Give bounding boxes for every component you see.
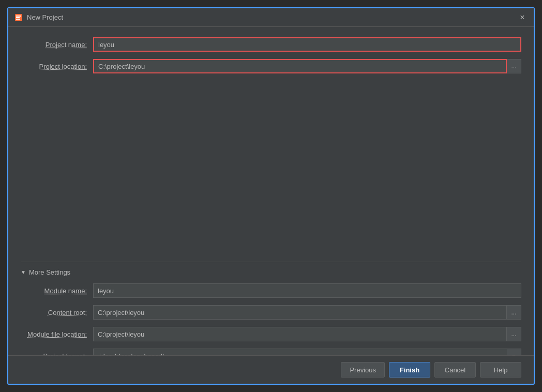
module-file-location-label: Module file location: <box>21 330 93 338</box>
cancel-button[interactable]: Cancel <box>434 362 476 378</box>
module-file-location-input[interactable] <box>93 327 507 341</box>
app-icon <box>14 13 23 22</box>
dialog-title: New Project <box>27 13 63 21</box>
content-root-browse-button[interactable]: ... <box>507 305 521 320</box>
close-button[interactable]: × <box>517 12 528 23</box>
module-file-location-input-wrapper: ... <box>93 327 521 341</box>
more-settings-label: More Settings <box>29 268 70 276</box>
module-file-location-browse-button[interactable]: ... <box>507 327 521 341</box>
new-project-dialog: New Project × Project name: Project loca… <box>7 7 535 385</box>
title-bar: New Project × <box>8 8 534 27</box>
project-name-input-wrapper <box>93 37 521 52</box>
dialog-body: Project name: Project location: ... ▼ Mo… <box>8 27 534 355</box>
content-root-label: Content root: <box>21 309 93 316</box>
project-name-row: Project name: <box>21 37 521 52</box>
svg-rect-1 <box>16 16 21 17</box>
svg-rect-3 <box>16 19 20 20</box>
project-location-browse-button[interactable]: ... <box>507 59 521 73</box>
project-format-row: Project format: .idea (directory based) … <box>21 349 521 355</box>
finish-button[interactable]: Finish <box>389 362 430 378</box>
project-location-row: Project location: ... <box>21 59 521 73</box>
content-root-input[interactable] <box>93 305 507 320</box>
module-name-label: Module name: <box>21 287 93 295</box>
module-file-location-row: Module file location: ... <box>21 327 521 341</box>
module-name-row: Module name: <box>21 283 521 298</box>
project-location-label: Project location: <box>21 63 93 70</box>
previous-button[interactable]: Previous <box>341 362 385 378</box>
content-root-input-wrapper: ... <box>93 305 521 320</box>
project-format-select[interactable]: .idea (directory based) .ipr (file based… <box>93 349 521 355</box>
more-settings-toggle[interactable]: ▼ More Settings <box>21 268 521 276</box>
dialog-footer: Previous Finish Cancel Help <box>8 355 534 384</box>
content-root-row: Content root: ... <box>21 305 521 320</box>
svg-rect-2 <box>16 17 20 18</box>
project-name-label: Project name: <box>21 41 93 49</box>
module-name-input[interactable] <box>93 283 521 298</box>
project-format-select-container: .idea (directory based) .ipr (file based… <box>93 349 521 355</box>
help-button[interactable]: Help <box>480 362 521 378</box>
project-name-input[interactable] <box>93 37 521 52</box>
collapse-icon: ▼ <box>21 269 26 275</box>
module-name-input-wrapper <box>93 283 521 298</box>
project-location-input[interactable] <box>93 59 507 73</box>
project-location-input-wrapper: ... <box>93 59 521 73</box>
title-bar-left: New Project <box>14 13 63 22</box>
spacer <box>21 81 521 257</box>
more-settings-section: ▼ More Settings Module name: Content roo… <box>21 262 521 355</box>
